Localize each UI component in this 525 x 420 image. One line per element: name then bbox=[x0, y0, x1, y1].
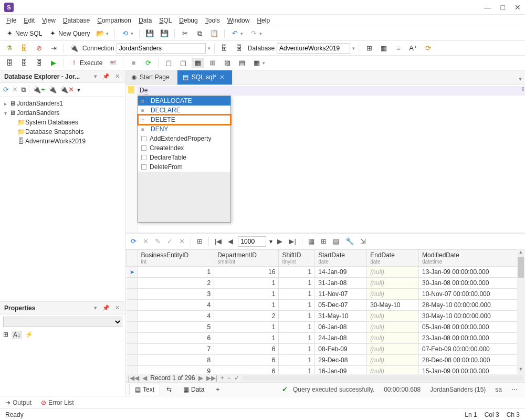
tool4-button[interactable]: ⊞ bbox=[206, 58, 219, 68]
tool5-button[interactable]: ▨ bbox=[221, 58, 234, 68]
result-text-button[interactable]: ≡ bbox=[392, 43, 405, 54]
tree-node[interactable]: ▸🖥JordanSanders1 bbox=[2, 99, 123, 108]
record-first[interactable]: |◀◀ bbox=[128, 374, 139, 382]
menu-edit[interactable]: Edit bbox=[20, 16, 38, 25]
autocomplete-item[interactable]: ≡DEALLOCATE bbox=[138, 96, 230, 106]
grid-prev-button[interactable]: ◀ bbox=[226, 236, 235, 246]
connect-button[interactable]: 🔌 bbox=[68, 43, 80, 54]
table-row[interactable]: 51106-Jan-08(null)05-Jan-08 00:00:00.000 bbox=[127, 322, 525, 333]
connection-combo[interactable] bbox=[117, 43, 206, 54]
properties-object-select[interactable] bbox=[3, 317, 122, 327]
table-row[interactable]: 41105-Dec-0730-May-1028-May-10 00:00:00.… bbox=[127, 300, 525, 311]
autocomplete-item[interactable]: CreateIndex bbox=[138, 143, 230, 153]
menu-file[interactable]: File bbox=[3, 16, 19, 25]
refresh-button[interactable]: ⟳ bbox=[422, 43, 434, 54]
grid-apply-button[interactable]: ✓ bbox=[165, 236, 174, 246]
db-button[interactable]: 🗄 bbox=[18, 43, 30, 54]
props-alpha-button[interactable]: A↓ bbox=[12, 331, 22, 339]
grid-export-button[interactable]: ⇲ bbox=[359, 236, 368, 246]
window-minimize[interactable]: — bbox=[484, 3, 491, 12]
sql-editor[interactable]: De ≡DEALLOCATE≡DECLARE≡DELETE≡DENYAddExt… bbox=[126, 85, 525, 233]
autocomplete-item[interactable]: DeclareTable bbox=[138, 153, 230, 162]
grid-hscroll[interactable] bbox=[243, 375, 523, 381]
cut-button[interactable]: ✂ bbox=[178, 28, 191, 39]
record-last[interactable]: ▶▶| bbox=[206, 374, 217, 382]
new-sql-button[interactable]: ✦New SQL bbox=[3, 28, 44, 39]
explorer-conn-button[interactable]: 🔌 bbox=[48, 86, 57, 93]
props-categorized-button[interactable]: ⊞ bbox=[3, 331, 8, 339]
record-prev[interactable]: ◀ bbox=[142, 374, 147, 382]
explorer-new-conn-button[interactable]: 🔌+ bbox=[33, 86, 45, 93]
status-more[interactable]: ⋯ bbox=[507, 386, 522, 393]
save-all-button[interactable]: 💾 bbox=[158, 28, 171, 39]
explorer-delete-button[interactable]: ✕ bbox=[12, 86, 18, 93]
record-commit[interactable]: ✓ bbox=[234, 374, 239, 382]
record-next[interactable]: ▶ bbox=[198, 374, 203, 382]
menu-debug[interactable]: Debug bbox=[176, 16, 201, 25]
grid-view2-button[interactable]: ⊞ bbox=[319, 236, 328, 246]
new-query-button[interactable]: ✦New Query bbox=[46, 28, 92, 39]
table-row[interactable]: 42131-May-10(null)30-May-10 00:00:00.000 bbox=[127, 311, 525, 322]
menu-sql[interactable]: SQL bbox=[156, 16, 175, 25]
explorer-more-button[interactable]: ▾ bbox=[77, 86, 80, 93]
autocomplete-item[interactable]: ≡DECLARE bbox=[138, 106, 230, 115]
footer-tab-text[interactable]: ▤Text bbox=[129, 384, 160, 395]
menu-tools[interactable]: Tools bbox=[202, 16, 223, 25]
window-maximize[interactable]: □ bbox=[501, 3, 505, 12]
footer-tab-data[interactable]: ▦Data bbox=[178, 384, 209, 395]
grid-page-size-dd[interactable]: ▾ bbox=[269, 238, 272, 245]
props-window-pos-button[interactable]: ▾ bbox=[92, 304, 99, 311]
reconnect-button[interactable]: ⟳ bbox=[142, 58, 154, 68]
font-size-button[interactable]: A⁺ bbox=[407, 43, 419, 54]
open-button[interactable]: 📂▾ bbox=[94, 28, 111, 39]
grid-mode-button[interactable]: ⊞ bbox=[195, 236, 204, 246]
props-pin-button[interactable]: 📌 bbox=[101, 304, 111, 311]
menu-comparison[interactable]: Comparison bbox=[94, 16, 134, 25]
tree-node[interactable]: 🗄AdventureWorks2019 bbox=[10, 136, 123, 146]
grid-revert-button[interactable]: ✕ bbox=[177, 236, 186, 246]
column-header[interactable]: ShiftIDtinyint bbox=[279, 250, 315, 267]
tree-node[interactable]: 📁System Databases bbox=[10, 118, 123, 127]
column-header[interactable]: DepartmentIDsmallint bbox=[214, 250, 279, 267]
tree-node[interactable]: 📁Database Snapshots bbox=[10, 127, 123, 136]
flask-button[interactable]: ⚗ bbox=[3, 43, 16, 54]
explorer-refresh-button[interactable]: ⟳ bbox=[3, 86, 9, 93]
split-handle[interactable]: ⇕ bbox=[521, 86, 525, 92]
record-add[interactable]: + bbox=[220, 374, 224, 382]
redo-button[interactable]: ↷▾ bbox=[247, 28, 264, 39]
grid-page-size-input[interactable] bbox=[238, 236, 266, 247]
db-tool2-button[interactable]: 🗄 bbox=[233, 43, 246, 54]
connection-dropdown[interactable]: ▾ bbox=[208, 46, 211, 51]
autocomplete-item[interactable]: ≡DENY bbox=[138, 124, 230, 134]
database-combo[interactable] bbox=[277, 43, 350, 54]
cancel-button[interactable]: ⊘ bbox=[33, 43, 45, 54]
paste-button[interactable]: 📋 bbox=[208, 28, 220, 39]
grid-view3-button[interactable]: ▤ bbox=[331, 236, 341, 246]
grid-cancel-button[interactable]: ✕ bbox=[141, 236, 150, 246]
grid-tool-button[interactable]: 🔧 bbox=[344, 236, 355, 246]
grid-first-button[interactable]: |◀ bbox=[213, 236, 223, 246]
table-row[interactable]: 21131-Jan-08(null)30-Jan-08 00:00:00.000 bbox=[127, 278, 525, 289]
menu-data[interactable]: Data bbox=[135, 16, 155, 25]
execute-to-button[interactable]: ≡! bbox=[107, 58, 119, 68]
tool3-button[interactable]: ▦ bbox=[192, 58, 204, 68]
footer-tab-add[interactable]: + bbox=[211, 384, 225, 395]
grid-vscroll[interactable]: ▲▼ bbox=[517, 249, 525, 374]
table-row[interactable]: 61124-Jan-08(null)23-Jan-08 00:00:00.000 bbox=[127, 333, 525, 344]
autocomplete-item[interactable]: DeleteFrom bbox=[138, 162, 230, 172]
record-remove[interactable]: − bbox=[227, 374, 231, 382]
tool2-button[interactable]: ▢ bbox=[177, 58, 190, 68]
error-list-button[interactable]: ⊘Error List bbox=[41, 399, 74, 406]
grid-edit-button[interactable]: ✎ bbox=[153, 236, 162, 246]
tool6-button[interactable]: ▤ bbox=[236, 58, 248, 68]
execute-button[interactable]: !Execute bbox=[68, 58, 104, 68]
history-back-button[interactable]: ⟲▾ bbox=[119, 28, 135, 39]
tool1-button[interactable]: ▢ bbox=[162, 58, 175, 68]
copy-button[interactable]: ⧉ bbox=[193, 28, 206, 39]
grid-next-button[interactable]: ▶ bbox=[276, 236, 284, 246]
footer-tab-swap[interactable]: ⇆ bbox=[161, 384, 177, 395]
tab-start-page[interactable]: ◉ Start Page bbox=[126, 70, 177, 85]
table-row[interactable]: 76108-Feb-09(null)07-Feb-09 00:00:00.000 bbox=[127, 344, 525, 355]
props-events-button[interactable]: ⚡ bbox=[25, 331, 33, 339]
tab-sql[interactable]: ▤ SQL.sql* ✕ bbox=[177, 70, 233, 85]
